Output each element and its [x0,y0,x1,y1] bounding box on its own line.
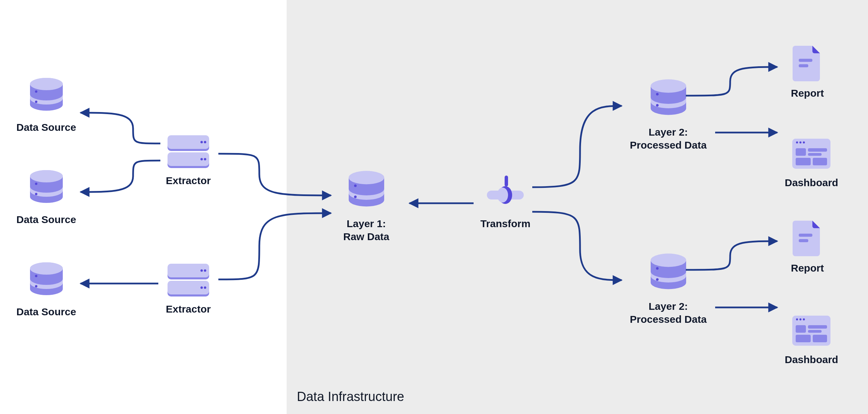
node-label: Report [791,262,824,275]
node-data-source-1: Data Source [16,78,76,134]
node-label: Dashboard [785,176,838,189]
node-label: Transform [480,217,531,230]
node-transform: Transform [480,174,531,230]
database-icon [646,253,691,294]
arrow-ext1-to-ds1 [81,113,160,143]
node-dashboard-1: Dashboard [785,137,838,189]
node-label: Report [791,87,824,100]
node-data-source-3: Data Source [16,262,76,318]
node-report-1: Report [791,44,824,100]
node-label: Data Source [16,121,76,134]
node-label: Dashboard [785,353,838,366]
node-layer2-b: Layer 2: Processed Data [630,253,707,326]
valve-icon [485,174,526,212]
diagram-canvas: Data Infrastructure [0,0,868,414]
infrastructure-label: Data Infrastructure [297,389,404,404]
node-label: Extractor [166,174,211,187]
node-label: Layer 1: Raw Data [343,217,389,243]
dashboard-icon [791,314,832,348]
node-data-source-2: Data Source [16,170,76,226]
database-icon [646,79,691,120]
node-dashboard-2: Dashboard [785,314,838,366]
server-icon [166,135,211,169]
node-extractor-2: Extractor [166,263,211,316]
database-icon [26,262,67,300]
database-icon [26,78,67,115]
node-label: Data Source [16,305,76,318]
node-label: Data Source [16,213,76,226]
node-layer2-a: Layer 2: Processed Data [630,79,707,151]
node-label: Layer 2: Processed Data [630,300,707,326]
dashboard-icon [791,137,832,171]
document-icon [792,44,823,81]
node-layer1: Layer 1: Raw Data [343,171,389,243]
database-icon [26,170,67,208]
node-label: Extractor [166,303,211,316]
database-icon [344,171,389,212]
node-extractor-1: Extractor [166,135,211,187]
document-icon [792,219,823,256]
node-report-2: Report [791,219,824,275]
node-label: Layer 2: Processed Data [630,126,707,151]
server-icon [166,263,211,297]
arrow-ext1-to-ds2 [81,161,160,192]
